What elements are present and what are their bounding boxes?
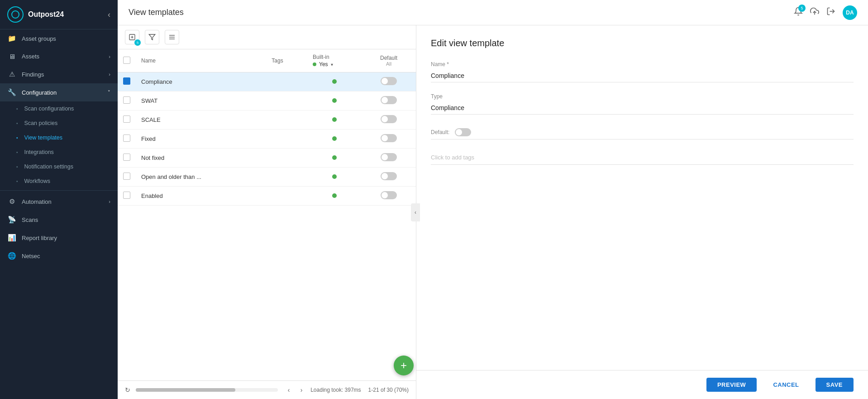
table-row[interactable]: Fixed (118, 130, 416, 149)
pagination-arrows: ‹ › (283, 385, 307, 395)
tags-field[interactable]: Click to add tags (431, 150, 854, 165)
sidebar-item-scan-policies[interactable]: Scan policies (0, 116, 118, 130)
sub-item-label: Workflows (24, 178, 50, 184)
next-page-button[interactable]: › (296, 385, 307, 395)
row-tags (266, 91, 307, 111)
select-all-checkbox[interactable] (123, 57, 130, 64)
table-row[interactable]: Not fixed (118, 149, 416, 168)
default-field-row: Default: (431, 125, 854, 139)
row-checkbox[interactable] (123, 173, 130, 180)
sidebar-item-automation[interactable]: ⚙ Automation › (0, 192, 118, 211)
table-row[interactable]: SCALE (118, 111, 416, 130)
row-tags (266, 111, 307, 130)
upload-button[interactable] (810, 7, 819, 18)
row-checkbox[interactable] (123, 115, 130, 123)
sidebar-item-notification-settings[interactable]: Notification settings (0, 159, 118, 174)
edit-panel-body: Edit view template Name * Compliance Typ… (416, 25, 868, 370)
export-button[interactable] (826, 7, 835, 18)
default-row-toggle[interactable] (381, 77, 397, 85)
built-in-chevron-icon[interactable]: ▾ (331, 62, 333, 67)
name-field-label: Name * (431, 61, 854, 67)
default-row-toggle[interactable] (381, 96, 397, 104)
default-field-label: Default: (431, 129, 449, 135)
built-in-indicator (332, 79, 337, 84)
row-checkbox[interactable] (123, 96, 130, 104)
type-field-value: Compliance (431, 101, 854, 115)
row-default[interactable] (362, 149, 416, 168)
assets-icon: 🖥 (7, 53, 16, 60)
save-button[interactable]: SAVE (816, 378, 854, 392)
default-toggle[interactable] (455, 128, 471, 136)
sidebar-item-view-templates[interactable]: View templates (0, 130, 118, 145)
row-default[interactable] (362, 111, 416, 130)
sidebar-item-workflows[interactable]: Workflows (0, 174, 118, 188)
horizontal-scrollbar[interactable] (136, 388, 278, 392)
row-built-in (307, 149, 362, 168)
app-name: Outpost24 (28, 10, 64, 19)
sidebar-item-scans[interactable]: 📡 Scans (0, 211, 118, 229)
sidebar-item-label: Report library (22, 235, 57, 241)
add-badge: 5 (134, 39, 141, 46)
sidebar-item-label: Netsec (22, 253, 40, 260)
filter-button[interactable] (145, 30, 159, 44)
default-row-toggle[interactable] (381, 172, 397, 180)
row-default[interactable] (362, 130, 416, 149)
name-field-value[interactable]: Compliance (431, 69, 854, 82)
table-row[interactable]: Open and older than ... (118, 168, 416, 187)
row-checkbox[interactable] (123, 192, 130, 199)
scans-icon: 📡 (7, 216, 16, 224)
default-row-toggle[interactable] (381, 191, 397, 199)
sidebar-item-label: Automation (22, 198, 52, 205)
built-in-filter-value: Yes (319, 61, 328, 67)
panel-collapse-button[interactable]: ‹ (411, 203, 420, 221)
chevron-down-icon: ˅ (108, 90, 110, 96)
default-row-toggle[interactable] (381, 153, 397, 161)
built-in-filter-dot (313, 62, 316, 66)
default-row-toggle[interactable] (381, 134, 397, 142)
table-footer: ↻ ‹ › Loading took: 397ms 1-21 of 30 (70… (118, 380, 416, 399)
default-row-toggle[interactable] (381, 115, 397, 123)
sidebar-item-report-library[interactable]: 📊 Report library (0, 229, 118, 247)
row-checkbox[interactable] (123, 77, 130, 85)
logo-inner-circle (11, 10, 19, 19)
row-default[interactable] (362, 187, 416, 206)
sidebar-collapse-button[interactable]: ‹ (108, 10, 110, 19)
sidebar-item-findings[interactable]: ⚠ Findings › (0, 65, 118, 83)
refresh-button[interactable]: ↻ (125, 386, 130, 394)
table-row[interactable]: Compliance (118, 72, 416, 91)
row-default[interactable] (362, 72, 416, 91)
columns-button[interactable] (165, 30, 179, 44)
chevron-right-icon: › (109, 72, 110, 77)
row-name: Compliance (136, 72, 266, 91)
type-field-group: Type Compliance (431, 93, 854, 115)
sidebar: Outpost24 ‹ 📁 Asset groups 🖥 Assets › ⚠ … (0, 0, 118, 399)
sidebar-item-asset-groups[interactable]: 📁 Asset groups (0, 29, 118, 48)
row-checkbox[interactable] (123, 135, 130, 142)
row-tags (266, 130, 307, 149)
notifications-button[interactable]: 5 (794, 7, 803, 18)
table-row[interactable]: Enabled (118, 187, 416, 206)
user-avatar[interactable]: DA (843, 5, 857, 20)
table-row[interactable]: SWAT (118, 91, 416, 111)
row-default[interactable] (362, 168, 416, 187)
preview-button[interactable]: PREVIEW (706, 378, 757, 392)
row-default[interactable] (362, 91, 416, 111)
row-tags (266, 168, 307, 187)
row-built-in (307, 91, 362, 111)
svg-marker-5 (149, 34, 155, 40)
add-fab-button[interactable]: + (394, 356, 414, 375)
add-template-button[interactable]: 5 (125, 30, 139, 44)
row-checkbox[interactable] (123, 154, 130, 161)
prev-page-button[interactable]: ‹ (283, 385, 294, 395)
pagination-info: 1-21 of 30 (70%) (368, 387, 409, 393)
findings-icon: ⚠ (7, 70, 16, 78)
sidebar-item-configuration[interactable]: 🔧 Configuration ˅ (0, 83, 118, 101)
sidebar-item-scan-configurations[interactable]: Scan configurations (0, 101, 118, 116)
sidebar-item-integrations[interactable]: Integrations (0, 145, 118, 159)
cancel-button[interactable]: CANCEL (762, 378, 810, 392)
table-toolbar: 5 (118, 25, 416, 49)
table-section: 5 (118, 25, 416, 399)
row-name: SCALE (136, 111, 266, 130)
sidebar-item-assets[interactable]: 🖥 Assets › (0, 48, 118, 65)
sidebar-item-netsec[interactable]: 🌐 Netsec (0, 247, 118, 265)
